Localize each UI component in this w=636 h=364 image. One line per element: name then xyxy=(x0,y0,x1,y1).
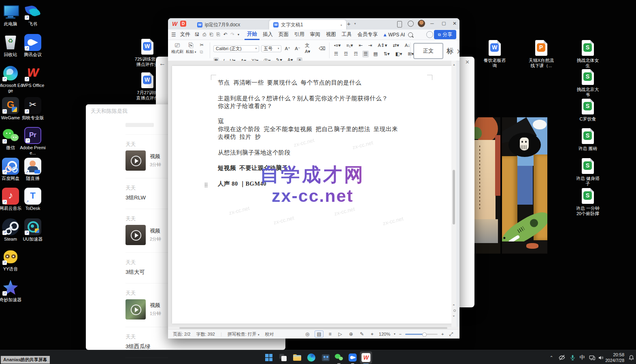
mobile-sync-icon[interactable] xyxy=(397,21,402,28)
desktop-icon-uu-booster[interactable]: UU加速器 xyxy=(20,218,46,242)
print-icon[interactable]: ⎗ xyxy=(208,31,214,38)
more-commands-chevron-icon[interactable]: ▾ xyxy=(236,31,240,38)
menu-review[interactable]: 审阅 xyxy=(308,30,323,39)
desktop-icon-capcut[interactable]: ✂ 剪映专业版 xyxy=(20,97,46,121)
task-view-button[interactable] xyxy=(277,352,289,363)
shrink-font-icon[interactable]: A⁻ xyxy=(294,45,302,52)
preview-icon[interactable]: ⎘ xyxy=(215,31,221,38)
style-heading-partial[interactable]: 标 xyxy=(447,47,453,56)
annotate-icon[interactable]: ✎ xyxy=(358,331,366,337)
viewer-close-icon[interactable]: ✕ xyxy=(465,59,470,65)
clock[interactable]: 20:58 2024/7/28 xyxy=(605,352,624,363)
wechat-taskbar-button[interactable] xyxy=(333,352,345,363)
increase-indent-icon[interactable]: ⇥ xyxy=(367,42,374,49)
start-button[interactable] xyxy=(263,352,274,363)
tray-expand-button[interactable]: ⌃ xyxy=(546,352,557,363)
theme-skin-icon[interactable] xyxy=(406,19,415,28)
video-thumbnail[interactable] xyxy=(125,225,146,245)
doc-paragraph[interactable]: 去模仿 拉片 抄 xyxy=(218,133,261,141)
wps-taskbar-button-active[interactable]: W xyxy=(360,351,372,364)
edge-taskbar-button[interactable] xyxy=(306,352,317,363)
zoom-slider-handle[interactable] xyxy=(422,332,427,337)
cut-icon[interactable]: ✂ xyxy=(198,42,205,49)
notification-button[interactable] xyxy=(625,352,636,363)
status-page[interactable]: 页面: 2/2 xyxy=(173,331,190,337)
doc-tab-2-active[interactable]: W 文字文稿1 ● xyxy=(269,20,346,30)
desktop-icon-yy-voice[interactable]: YY语音 xyxy=(0,248,23,272)
desktop-icon-premiere[interactable]: Pr Adobe Premie... xyxy=(20,127,46,156)
paste-button[interactable]: ⎘ 粘贴 ▾ xyxy=(186,42,196,55)
prev-page-icon[interactable]: ⏶ xyxy=(453,303,455,307)
justify-icon[interactable]: ☰ xyxy=(362,51,369,57)
menu-insert[interactable]: 插入 xyxy=(260,30,275,39)
wps-logo-icon[interactable]: W xyxy=(172,21,177,27)
record-icon[interactable]: ◎ xyxy=(304,331,311,337)
undo-icon[interactable]: ↶ xyxy=(222,31,229,38)
wps-ai-icon[interactable]: ▲ xyxy=(383,32,387,38)
vertical-scrollbar[interactable]: ▲ ⏶ ⏷ xyxy=(451,61,456,327)
file-explorer-button[interactable] xyxy=(291,352,303,363)
doc-paragraph[interactable]: 你这片子给谁看的？ xyxy=(218,102,272,110)
zoom-in-button[interactable]: + xyxy=(441,332,444,336)
numbering-icon[interactable]: ≡₁▾ xyxy=(345,42,354,49)
desktop-icon-todesk[interactable]: T ToDesk xyxy=(20,188,46,211)
menu-page[interactable]: 页面 xyxy=(276,30,291,39)
wps-ai-label[interactable]: WPS AI xyxy=(388,32,405,38)
doc-tab-1[interactable]: W ip定位7月9.docx xyxy=(193,20,262,30)
docer-icon[interactable]: D xyxy=(180,21,186,27)
video-thumbnail[interactable] xyxy=(125,299,146,320)
help-smiley-icon[interactable] xyxy=(426,31,433,38)
styles-more-chevron-icon[interactable]: ❯ xyxy=(457,49,460,53)
share-button[interactable]: ⧉ 分享 xyxy=(434,30,456,39)
user-avatar[interactable] xyxy=(418,20,425,27)
desktop-icon-sheet-xuzong1[interactable]: S 许总 搬砖 xyxy=(575,128,601,151)
next-page-icon[interactable]: ⏷ xyxy=(453,315,455,318)
focus-mode-icon[interactable]: ⌖ xyxy=(369,331,375,337)
hamburger-icon[interactable]: ☰ xyxy=(171,32,176,38)
desktop-icon-qimiao-booster[interactable]: 奇妙加速器 xyxy=(0,279,23,303)
shading-icon[interactable]: ◧▾ xyxy=(394,51,404,57)
decrease-indent-icon[interactable]: ⇤ xyxy=(357,42,364,49)
char-scale-icon[interactable]: A⇕▾ xyxy=(376,42,388,49)
camera-off-button[interactable] xyxy=(556,352,568,363)
desktop-icon-sheet-beijing[interactable]: S 挑战北京大爷 xyxy=(575,69,601,97)
bullets-icon[interactable]: •≡▾ xyxy=(333,42,342,49)
zoom-chevron-icon[interactable]: ▾ xyxy=(394,332,396,336)
desktop-icon-sheet-cluo[interactable]: S C罗饮食 xyxy=(575,98,601,122)
font-name-select[interactable]: Calibri (正文)▾ xyxy=(213,45,259,52)
desktop-icon-sheet-beiti[interactable]: S 挑战北体女生 xyxy=(575,40,601,68)
meeting-taskbar-button[interactable] xyxy=(347,352,358,363)
font-size-select[interactable]: 五号▾ xyxy=(261,45,281,52)
toolbox-app-button[interactable] xyxy=(320,352,331,363)
align-right-icon[interactable]: ☶ xyxy=(353,51,359,57)
format-painter-button[interactable]: ⎚ 格式刷 xyxy=(171,42,183,55)
desktop-icon-wps-office[interactable]: W WPS Office xyxy=(20,65,46,88)
desktop-icon-sheet-xuzong2[interactable]: S 许总 健身搭子 xyxy=(575,158,601,186)
fit-window-icon[interactable]: ⤢ xyxy=(447,331,455,337)
scrollbar-thumb[interactable] xyxy=(453,170,455,224)
new-tab-button[interactable]: + xyxy=(347,20,351,27)
menu-tools[interactable]: 工具 xyxy=(339,30,354,39)
desktop-icon-tencent-meeting[interactable]: 腾讯会议 xyxy=(20,34,46,57)
copy-icon[interactable]: ⧉ xyxy=(198,49,205,55)
menu-member[interactable]: 会员专享 xyxy=(355,30,380,39)
redo-icon[interactable]: ↷ xyxy=(229,31,236,38)
hscrollbar-thumb[interactable] xyxy=(179,327,447,329)
doc-paragraph[interactable]: 你现在这个阶段 完全不能拿短视频 把自己脑子里的想法 呈现出来 xyxy=(218,125,398,133)
video-thumbnail[interactable] xyxy=(125,150,146,171)
status-proofread[interactable]: 校对 xyxy=(265,331,274,337)
scroll-up-icon[interactable]: ▲ xyxy=(453,63,455,66)
menu-reference[interactable]: 引用 xyxy=(292,30,307,39)
doc-paragraph[interactable]: 从想法到脑子落地这个阶段 xyxy=(218,149,291,157)
doc-paragraph[interactable]: 寇 xyxy=(218,117,224,125)
close-button[interactable]: ✕ xyxy=(453,21,457,26)
style-normal[interactable]: 正文 xyxy=(413,43,443,59)
menu-view[interactable]: 视图 xyxy=(323,30,338,39)
web-layout-icon[interactable]: ⊕ xyxy=(347,331,355,337)
desktop-icon-zhibo[interactable]: 随直播 xyxy=(20,158,46,181)
video-message[interactable]: 视频 2分钟 xyxy=(125,225,168,245)
desktop-icon-feishu[interactable]: 飞书 xyxy=(20,3,46,27)
zoom-level[interactable]: 120% xyxy=(379,332,390,336)
zoom-slider[interactable] xyxy=(405,334,438,335)
line-spacing-icon[interactable]: ⇅▾ xyxy=(382,51,391,57)
